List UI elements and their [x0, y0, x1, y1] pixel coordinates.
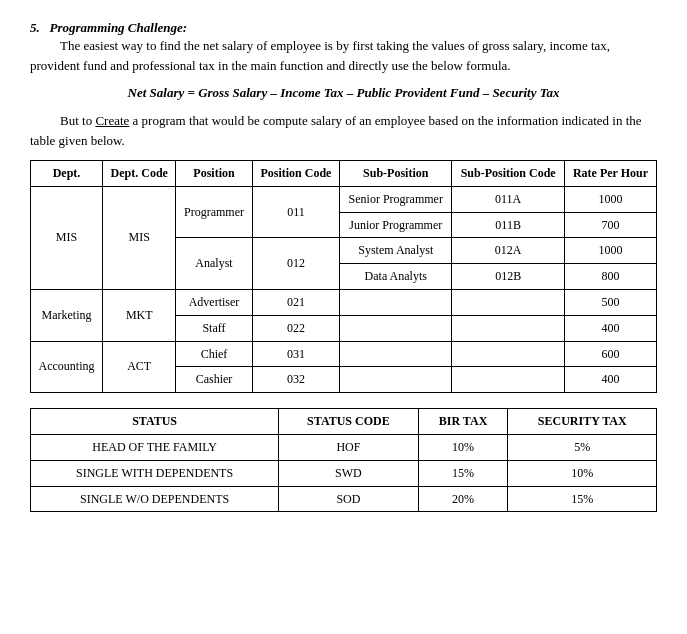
sub-code-cell	[452, 315, 565, 341]
col-sub-position: Sub-Position	[340, 161, 452, 187]
sub-position-cell: Junior Programmer	[340, 212, 452, 238]
dept-cell: MIS	[31, 186, 103, 289]
status-code-cell: SOD	[279, 486, 418, 512]
position-cell: Cashier	[176, 367, 252, 393]
col-sub-position-code: Sub-Position Code	[452, 161, 565, 187]
create-link: Create	[95, 113, 129, 128]
pos-code-cell: 021	[252, 289, 340, 315]
status-security-cell: 5%	[508, 434, 657, 460]
position-cell: Analyst	[176, 238, 252, 290]
col-dept-code: Dept. Code	[103, 161, 176, 187]
sub-position-cell	[340, 315, 452, 341]
dept-cell: Marketing	[31, 289, 103, 341]
dept-code-cell: MIS	[103, 186, 176, 289]
status-security-cell: 15%	[508, 486, 657, 512]
status-status-cell: SINGLE WITH DEPENDENTS	[31, 460, 279, 486]
sub-code-cell	[452, 341, 565, 367]
dept-cell: Accounting	[31, 341, 103, 393]
rate-cell: 1000	[565, 186, 657, 212]
sub-position-cell: System Analyst	[340, 238, 452, 264]
col-status: STATUS	[31, 409, 279, 435]
status-code-cell: SWD	[279, 460, 418, 486]
sub-code-cell: 012B	[452, 264, 565, 290]
position-cell: Programmer	[176, 186, 252, 238]
status-bir-cell: 20%	[418, 486, 508, 512]
status-security-cell: 10%	[508, 460, 657, 486]
sub-position-cell	[340, 289, 452, 315]
rate-cell: 400	[565, 315, 657, 341]
position-cell: Staff	[176, 315, 252, 341]
rate-cell: 600	[565, 341, 657, 367]
pos-code-cell: 011	[252, 186, 340, 238]
col-dept: Dept.	[31, 161, 103, 187]
section-title: 5. Programming Challenge:	[30, 20, 657, 36]
sub-code-cell: 011B	[452, 212, 565, 238]
rate-cell: 400	[565, 367, 657, 393]
status-bir-cell: 10%	[418, 434, 508, 460]
pos-code-cell: 012	[252, 238, 340, 290]
sub-code-cell	[452, 367, 565, 393]
pos-code-cell: 032	[252, 367, 340, 393]
sub-code-cell: 012A	[452, 238, 565, 264]
sub-position-cell	[340, 367, 452, 393]
status-status-cell: HEAD OF THE FAMILY	[31, 434, 279, 460]
rate-cell: 1000	[565, 238, 657, 264]
sub-code-cell	[452, 289, 565, 315]
paragraph1: The easiest way to find the net salary o…	[30, 36, 657, 75]
rate-cell: 500	[565, 289, 657, 315]
paragraph2: But to Create a program that would be co…	[30, 111, 657, 150]
sub-position-cell	[340, 341, 452, 367]
col-bir-tax: BIR TAX	[418, 409, 508, 435]
col-position-code: Position Code	[252, 161, 340, 187]
dept-code-cell: MKT	[103, 289, 176, 341]
pos-code-cell: 022	[252, 315, 340, 341]
col-position: Position	[176, 161, 252, 187]
col-status-code: STATUS CODE	[279, 409, 418, 435]
col-security-tax: SECURITY TAX	[508, 409, 657, 435]
status-table: STATUS STATUS CODE BIR TAX SECURITY TAX …	[30, 408, 657, 512]
formula: Net Salary = Gross Salary – Income Tax –…	[30, 85, 657, 101]
main-table: Dept. Dept. Code Position Position Code …	[30, 160, 657, 393]
position-cell: Chief	[176, 341, 252, 367]
col-rate-per-hour: Rate Per Hour	[565, 161, 657, 187]
pos-code-cell: 031	[252, 341, 340, 367]
sub-code-cell: 011A	[452, 186, 565, 212]
rate-cell: 700	[565, 212, 657, 238]
sub-position-cell: Data Analyts	[340, 264, 452, 290]
rate-cell: 800	[565, 264, 657, 290]
status-code-cell: HOF	[279, 434, 418, 460]
status-bir-cell: 15%	[418, 460, 508, 486]
dept-code-cell: ACT	[103, 341, 176, 393]
position-cell: Advertiser	[176, 289, 252, 315]
sub-position-cell: Senior Programmer	[340, 186, 452, 212]
status-status-cell: SINGLE W/O DEPENDENTS	[31, 486, 279, 512]
